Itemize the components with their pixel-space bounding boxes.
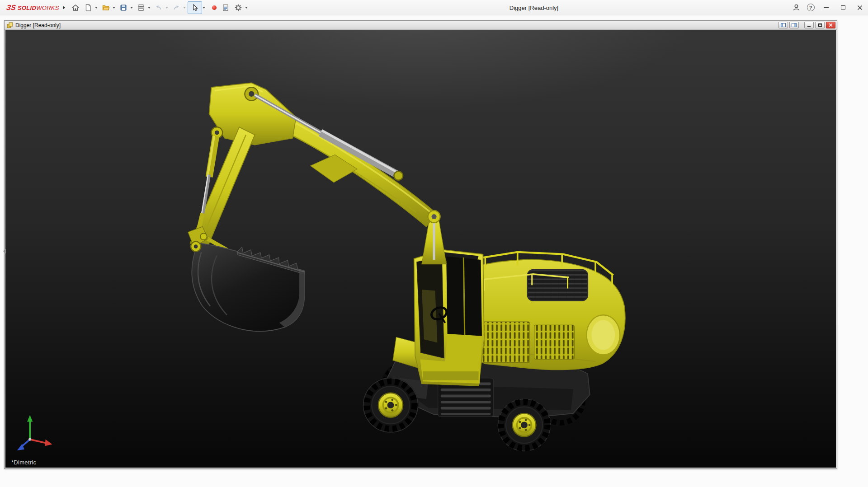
pane-right-icon — [792, 23, 797, 27]
doc-restore-icon — [818, 23, 822, 27]
maximize-icon — [841, 5, 845, 9]
pane-right-toggle-button[interactable] — [789, 22, 799, 28]
file-properties-icon — [222, 4, 230, 12]
select-cursor-icon — [191, 4, 199, 12]
quick-access-toolbar — [69, 1, 250, 14]
print-button[interactable] — [135, 2, 147, 14]
save-dropdown[interactable] — [130, 7, 133, 9]
cab — [414, 250, 484, 386]
app-title: Digger [Read-only] — [509, 0, 558, 15]
minimize-icon — [824, 7, 829, 8]
file-properties-button[interactable] — [220, 2, 231, 14]
select-tool-dropdown[interactable] — [203, 7, 205, 9]
pane-left-toggle-button[interactable] — [778, 22, 788, 28]
redo-dropdown[interactable] — [183, 7, 186, 9]
digger-model[interactable] — [17, 83, 625, 451]
save-icon — [119, 4, 127, 12]
doc-restore-button[interactable] — [815, 22, 825, 28]
print-icon — [137, 4, 145, 12]
document-window-controls — [777, 22, 835, 28]
appearance-button[interactable] — [210, 2, 219, 14]
digger-3d-model[interactable] — [5, 30, 836, 468]
doc-close-icon — [829, 23, 833, 27]
user-account-button[interactable] — [789, 0, 803, 15]
help-button[interactable]: ? — [803, 0, 818, 15]
doc-minimize-icon — [807, 23, 811, 27]
redo-button[interactable] — [170, 2, 182, 14]
y-axis-arrow — [27, 415, 33, 422]
titlebar-right: ? — [789, 0, 868, 15]
boom-arm — [190, 83, 446, 264]
assembly-document-icon — [7, 22, 13, 28]
select-tool-button[interactable] — [189, 2, 201, 14]
open-dropdown[interactable] — [113, 7, 115, 9]
open-button[interactable] — [100, 2, 112, 14]
app-titlebar[interactable]: ЗS SOLIDWORKS — [0, 0, 868, 15]
new-document-dropdown[interactable] — [95, 7, 98, 9]
x-axis-arrow — [45, 440, 52, 446]
settings-gear-icon — [234, 4, 242, 12]
chevron-left-icon — [3, 249, 6, 253]
app-maximize-button[interactable] — [835, 0, 851, 15]
wheel-rear — [497, 398, 551, 451]
red-sphere-icon — [211, 5, 217, 11]
engine-body — [476, 252, 625, 370]
orientation-triad[interactable] — [17, 415, 52, 450]
new-document-button[interactable] — [82, 2, 94, 14]
document-title: Digger [Read-only] — [15, 22, 61, 28]
view-orientation-label: *Dimetric — [11, 459, 36, 466]
redo-icon — [172, 4, 180, 12]
mdi-area: Digger [Read-only] — [0, 15, 868, 487]
pane-left-icon — [781, 23, 786, 27]
ds-logo-glyph: ЗS — [6, 4, 16, 12]
help-icon: ? — [807, 4, 815, 11]
new-document-icon — [84, 4, 92, 12]
options-button[interactable] — [232, 2, 244, 14]
wheel-front — [363, 378, 418, 433]
panel-expand-arrow[interactable] — [1, 245, 8, 257]
doc-close-button[interactable] — [826, 22, 835, 28]
options-dropdown[interactable] — [245, 7, 248, 9]
menu-expand-arrow-icon[interactable] — [63, 6, 65, 9]
brand-works: WORKS — [36, 5, 59, 11]
open-folder-icon — [102, 4, 110, 12]
bucket — [192, 243, 304, 331]
solidworks-app: ЗS SOLIDWORKS — [0, 0, 868, 487]
undo-icon — [155, 4, 163, 12]
app-minimize-button[interactable] — [818, 0, 835, 15]
print-dropdown[interactable] — [148, 7, 151, 9]
solidworks-logo[interactable]: ЗS SOLIDWORKS — [6, 4, 59, 12]
document-window: Digger [Read-only] — [4, 20, 837, 469]
undo-button[interactable] — [153, 2, 165, 14]
doc-minimize-button[interactable] — [804, 22, 814, 28]
brand-solid: SOLID — [18, 5, 36, 11]
select-tool-wrap — [188, 1, 202, 14]
undo-dropdown[interactable] — [165, 7, 168, 9]
user-account-icon — [792, 3, 801, 12]
save-button[interactable] — [118, 2, 129, 14]
home-icon — [71, 4, 80, 12]
app-close-button[interactable] — [851, 0, 868, 15]
document-titlebar[interactable]: Digger [Read-only] — [5, 21, 837, 30]
close-icon — [857, 5, 863, 10]
graphics-viewport[interactable]: *Dimetric — [5, 30, 836, 468]
home-button[interactable] — [70, 2, 81, 14]
